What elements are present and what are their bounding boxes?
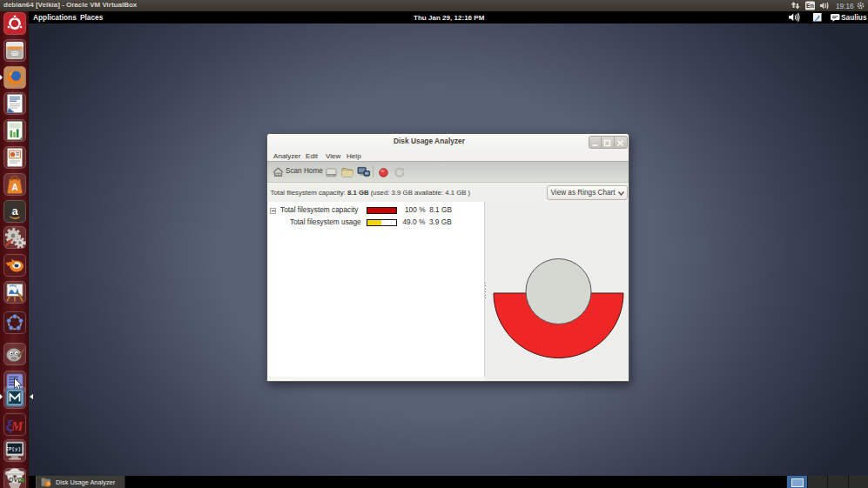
svg-text:IP[y]:: IP[y]: xyxy=(6,446,24,452)
svg-text:A: A xyxy=(11,182,17,191)
svg-text:En: En xyxy=(806,3,814,9)
svg-text:M: M xyxy=(10,419,24,433)
svg-text:19:16: 19:16 xyxy=(836,3,854,10)
svg-text:a: a xyxy=(11,204,18,217)
svg-text:R: R xyxy=(20,478,24,484)
